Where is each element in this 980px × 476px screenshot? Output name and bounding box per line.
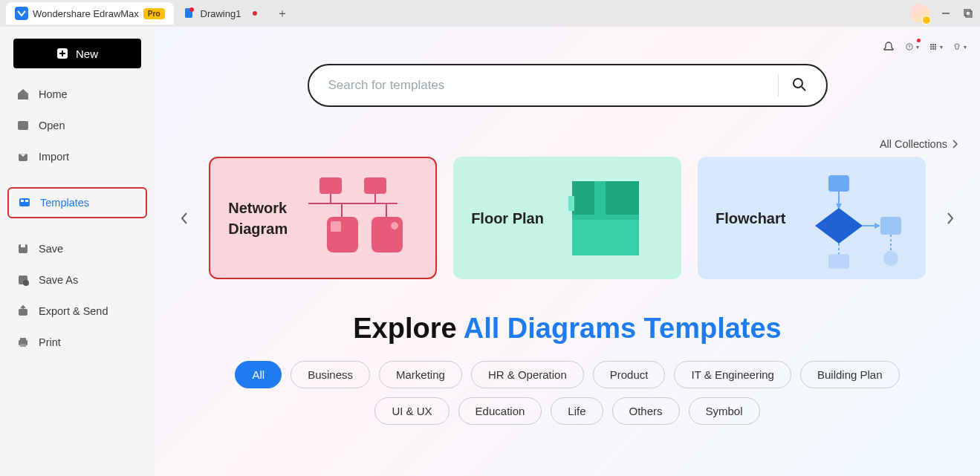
chip-life[interactable]: Life [551,397,603,425]
window-minimize-button[interactable] [940,7,952,19]
chevron-left-icon [180,212,189,225]
card-title: NetworkDiagram [228,198,288,239]
sidebar-item-import[interactable]: Import [7,143,147,171]
svg-rect-9 [19,198,30,206]
svg-text:?: ? [908,45,910,49]
floorplan-art-icon [557,174,663,263]
plus-icon [56,48,68,59]
network-art-icon [301,174,418,263]
topbar: ? [882,40,967,53]
chip-others[interactable]: Others [612,397,680,425]
home-icon [16,88,30,101]
folder-icon [16,119,30,132]
svg-point-43 [391,222,398,229]
svg-rect-42 [331,221,341,232]
new-button-label: New [76,48,98,60]
avatar[interactable] [910,4,929,23]
svg-rect-13 [21,244,25,247]
svg-marker-54 [874,223,880,229]
all-collections-label: All Collections [880,138,947,150]
search-button[interactable] [792,77,807,94]
sidebar-item-export[interactable]: Export & Send [7,297,147,325]
sidebar-item-label: Print [39,336,61,348]
explore-heading: Explore All Diagrams Templates [155,313,980,345]
sidebar-item-templates[interactable]: Templates [7,187,147,218]
svg-rect-46 [606,181,639,215]
chip-all[interactable]: All [235,361,282,388]
new-button[interactable]: New [13,39,141,68]
chip-building-plan[interactable]: Building Plan [800,361,900,388]
svg-marker-52 [815,208,863,244]
svg-rect-19 [20,344,26,347]
shirt-icon[interactable] [953,40,967,53]
sidebar-item-home[interactable]: Home [7,80,147,108]
tab-drawing1-label: Drawing1 [201,8,241,19]
carousel-next-button[interactable] [942,209,959,227]
card-floor-plan[interactable]: Floor Plan [453,157,681,279]
sidebar-item-save-as[interactable]: Save As [7,266,147,294]
carousel-prev-button[interactable] [175,209,192,227]
sidebar-item-save[interactable]: Save [7,235,147,263]
card-network-diagram[interactable]: NetworkDiagram [209,157,437,279]
svg-rect-11 [25,200,28,202]
all-collections-link[interactable]: All Collections [880,138,958,150]
chip-marketing[interactable]: Marketing [379,361,462,388]
chevron-right-icon [952,140,958,149]
svg-rect-57 [828,254,849,269]
svg-point-26 [932,46,934,48]
sidebar: New Home Open Import Templates Save Save… [0,27,155,476]
sidebar-item-open[interactable]: Open [7,111,147,140]
svg-rect-7 [18,121,28,130]
main-area: ? All Collections NetworkDiagram [155,27,980,476]
templates-icon [18,196,31,209]
svg-point-22 [930,44,932,45]
svg-rect-5 [966,11,972,17]
svg-rect-45 [572,181,594,215]
svg-rect-4 [964,10,970,16]
apps-icon[interactable] [929,40,943,53]
svg-point-30 [935,48,936,50]
tab-add-button[interactable]: ＋ [272,3,293,24]
svg-point-59 [883,251,898,266]
chip-business[interactable]: Business [291,361,370,388]
chevron-right-icon [946,212,955,225]
import-icon [16,150,30,163]
svg-rect-0 [15,7,28,20]
sidebar-item-label: Import [39,151,69,163]
tab-drawing1[interactable]: Drawing1 [174,2,267,25]
unsaved-dot-icon [253,11,257,16]
filter-chips: All Business Marketing HR & Operation Pr… [155,361,980,425]
chip-hr-operation[interactable]: HR & Operation [471,361,584,388]
card-title: Flowchart [715,208,785,229]
chip-symbol[interactable]: Symbol [689,397,760,425]
sidebar-item-label: Save [39,243,63,255]
notifications-icon[interactable] [882,40,895,53]
tab-app[interactable]: Wondershare EdrawMax Pro [6,2,174,25]
sidebar-item-print[interactable]: Print [7,328,147,356]
chip-ui-ux[interactable]: UI & UX [374,397,449,425]
flowchart-art-icon [799,174,907,263]
svg-point-24 [935,44,936,45]
pro-badge: Pro [143,8,165,19]
explore-section: Explore All Diagrams Templates All Busin… [155,313,980,425]
sidebar-item-label: Templates [40,197,89,209]
window-maximize-button[interactable] [962,7,974,19]
svg-rect-41 [371,217,403,252]
search-icon [792,77,807,92]
save-icon [16,242,30,255]
card-flowchart[interactable]: Flowchart [698,157,926,279]
svg-rect-49 [828,175,849,192]
app-logo-icon [15,7,28,20]
document-icon [183,7,196,20]
print-icon [16,336,30,349]
chip-education[interactable]: Education [458,397,542,425]
svg-rect-18 [20,338,26,341]
svg-rect-48 [568,196,574,211]
svg-rect-55 [880,217,901,235]
chip-it-engineering[interactable]: IT & Engineering [674,361,791,388]
help-icon[interactable]: ? [906,40,919,53]
chip-product[interactable]: Product [593,361,666,388]
sidebar-item-label: Export & Send [39,305,108,317]
sidebar-item-label: Open [39,120,65,131]
search-input[interactable] [328,78,765,93]
